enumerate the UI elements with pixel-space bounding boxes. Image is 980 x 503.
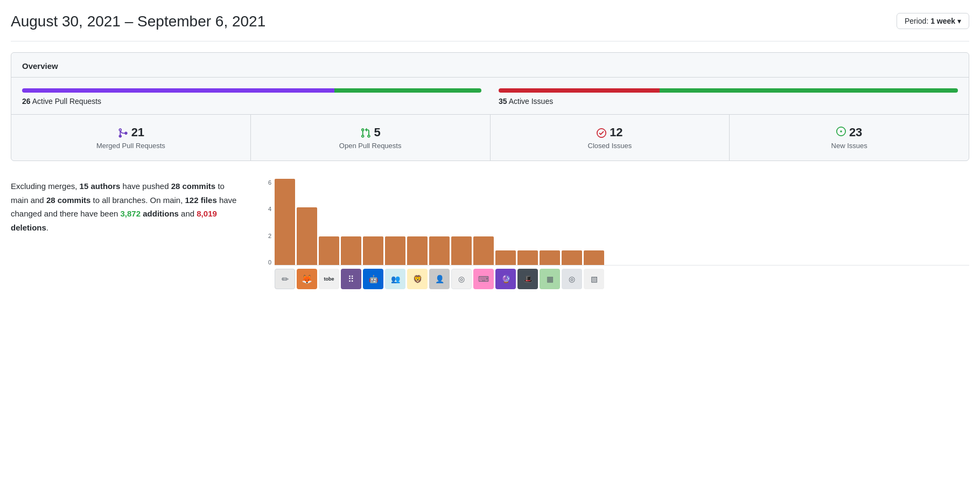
pr-bar-merged bbox=[22, 88, 334, 93]
avatar-10[interactable]: 🔮 bbox=[495, 269, 516, 289]
bar-0 bbox=[275, 179, 295, 265]
y-axis: 6 4 2 0 bbox=[258, 179, 271, 266]
commits-chart: 6 4 2 0 bbox=[258, 174, 969, 289]
avatar-3[interactable]: ⠿ bbox=[341, 269, 361, 289]
issues-progress-group: 35 Active Issues bbox=[499, 88, 958, 106]
stat-new-issues: 23 New Issues bbox=[730, 115, 969, 160]
bar-9 bbox=[473, 236, 494, 265]
avatar-0[interactable]: ✏ bbox=[275, 269, 295, 289]
overview-header: Overview bbox=[11, 53, 969, 78]
bottom-section: Excluding merges, 15 authors have pushed… bbox=[11, 174, 969, 289]
bar-12 bbox=[540, 250, 560, 265]
new-issue-icon bbox=[836, 125, 846, 139]
new-issue-count: 23 bbox=[740, 125, 958, 139]
merged-pr-icon bbox=[117, 125, 128, 139]
avatar-13[interactable]: ◎ bbox=[562, 269, 582, 289]
closed-issue-label: Closed Issues bbox=[501, 142, 719, 150]
bar-1 bbox=[297, 207, 317, 265]
page-header: August 30, 2021 – September 6, 2021 Peri… bbox=[11, 13, 969, 30]
bar-8 bbox=[451, 236, 472, 265]
stat-closed-issues: 12 Closed Issues bbox=[491, 115, 730, 160]
avatar-1[interactable]: 🦊 bbox=[297, 269, 317, 289]
avatar-9[interactable]: ⌨ bbox=[473, 269, 494, 289]
closed-issue-icon bbox=[597, 125, 606, 139]
avatar-4[interactable]: 🤖 bbox=[363, 269, 383, 289]
bar-14 bbox=[584, 250, 604, 265]
pr-progress-group: 26 Active Pull Requests bbox=[22, 88, 481, 106]
open-pr-label: Open Pull Requests bbox=[262, 142, 479, 150]
avatar-11[interactable]: 🎩 bbox=[517, 269, 538, 289]
bar-3 bbox=[341, 236, 361, 265]
issues-progress-bar bbox=[499, 88, 958, 93]
bar-6 bbox=[407, 236, 428, 265]
bar-10 bbox=[495, 250, 516, 265]
bars-container bbox=[275, 179, 969, 266]
page-title: August 30, 2021 – September 6, 2021 bbox=[11, 13, 265, 30]
overview-card: Overview 26 Active Pull Requests 35 Acti… bbox=[11, 52, 969, 161]
merged-pr-count: 21 bbox=[22, 125, 240, 139]
bar-11 bbox=[517, 250, 538, 265]
stats-row: 21 Merged Pull Requests 5 Open Pull Requ… bbox=[11, 115, 969, 160]
open-pr-icon bbox=[360, 125, 371, 139]
pr-progress-bar bbox=[22, 88, 481, 93]
issues-bar-closed bbox=[499, 88, 660, 93]
avatar-8[interactable]: ◎ bbox=[451, 269, 472, 289]
issues-bar-open bbox=[660, 88, 958, 93]
open-pr-count: 5 bbox=[262, 125, 479, 139]
bar-2 bbox=[319, 236, 339, 265]
avatar-12[interactable]: ▦ bbox=[540, 269, 560, 289]
closed-issue-count: 12 bbox=[501, 125, 719, 139]
bar-5 bbox=[385, 236, 405, 265]
bar-4 bbox=[363, 236, 383, 265]
avatars-row: ✏ 🦊 tobe ⠿ 🤖 👥 🦁 👤 ◎ ⌨ 🔮 🎩 ▦ ◎ ▧ bbox=[275, 269, 969, 289]
merged-pr-label: Merged Pull Requests bbox=[22, 142, 240, 150]
progress-section: 26 Active Pull Requests 35 Active Issues bbox=[11, 78, 969, 115]
avatar-7[interactable]: 👤 bbox=[429, 269, 450, 289]
pr-bar-open bbox=[334, 88, 481, 93]
avatar-14[interactable]: ▧ bbox=[584, 269, 604, 289]
avatar-6[interactable]: 🦁 bbox=[407, 269, 428, 289]
issues-progress-label: 35 Active Issues bbox=[499, 97, 958, 106]
chart-wrapper: 6 4 2 0 bbox=[258, 174, 969, 289]
bar-13 bbox=[562, 250, 582, 265]
avatar-2[interactable]: tobe bbox=[319, 269, 339, 289]
header-divider bbox=[11, 41, 969, 41]
stat-merged-prs: 21 Merged Pull Requests bbox=[11, 115, 251, 160]
stat-open-prs: 5 Open Pull Requests bbox=[251, 115, 491, 160]
avatar-5[interactable]: 👥 bbox=[385, 269, 405, 289]
pr-progress-label: 26 Active Pull Requests bbox=[22, 97, 481, 106]
commit-summary: Excluding merges, 15 authors have pushed… bbox=[11, 174, 237, 234]
period-selector[interactable]: Period: 1 week ▾ bbox=[897, 13, 969, 29]
bar-7 bbox=[429, 236, 450, 265]
new-issue-label: New Issues bbox=[740, 142, 958, 150]
